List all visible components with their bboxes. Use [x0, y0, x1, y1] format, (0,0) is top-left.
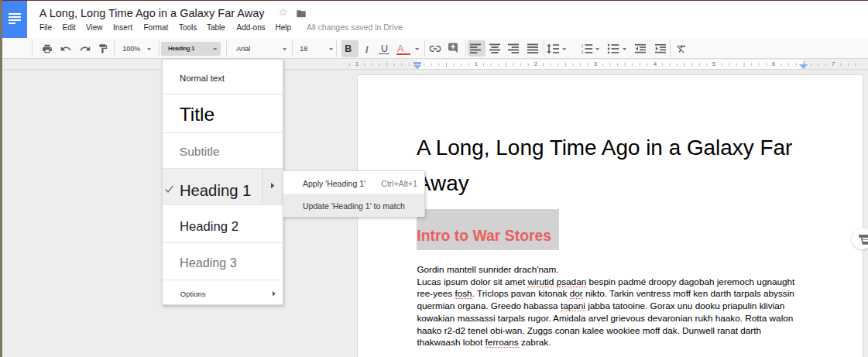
- svg-text:1: 1: [582, 43, 584, 47]
- svg-text:2: 2: [582, 50, 584, 53]
